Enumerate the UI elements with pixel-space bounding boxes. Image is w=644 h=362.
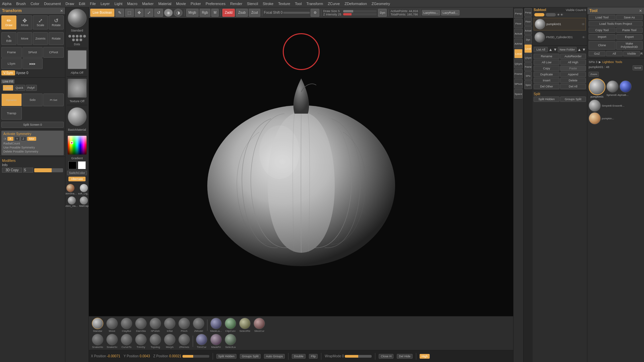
persp-rs-icon[interactable]: Persp — [524, 8, 532, 17]
actual-icon-btn[interactable]: Actual — [514, 29, 523, 38]
actual-rs-icon[interactable]: Actual — [524, 26, 532, 35]
more-sym-btn[interactable]: Mor — [27, 137, 37, 141]
topolog-icon[interactable]: Topolog — [149, 334, 162, 349]
sphere-e-ball[interactable] — [606, 80, 619, 93]
lazy-mouse-btn[interactable]: LazyMou... — [422, 10, 440, 15]
menu-layer[interactable]: Layer — [101, 2, 110, 6]
menu-light[interactable]: Light — [114, 2, 122, 6]
move-btn2[interactable]: Move — [17, 32, 32, 45]
dots-btn[interactable]: ▶▶▶ — [22, 58, 43, 69]
local-btn[interactable]: Local — [3, 85, 13, 91]
damstan-brush-icon[interactable]: DamSta — [134, 318, 148, 333]
del-other-btn[interactable]: Del Other — [534, 84, 559, 89]
split-hidden-btn2[interactable]: Split Hidden — [534, 97, 559, 102]
wrap-mode-slider[interactable] — [345, 355, 372, 358]
space-rs-icon[interactable]: Spce — [524, 80, 532, 89]
zremes-icon[interactable]: ZRemes — [177, 334, 191, 349]
simple-b-ball[interactable] — [589, 100, 601, 112]
flip-btn[interactable]: Flip — [309, 354, 318, 359]
menu-marker[interactable]: Marker — [142, 2, 154, 6]
frame-icon-btn[interactable]: Frame — [514, 69, 523, 78]
solo-btn[interactable]: Solo — [22, 94, 43, 106]
lightbox-btn[interactable]: Lightbox — [602, 60, 614, 64]
lsym-btn[interactable]: LSym — [1, 58, 22, 69]
sphere-icon-btn[interactable]: ◉ — [164, 9, 173, 17]
copy-tool-btn[interactable]: Copy Tool — [589, 27, 615, 33]
quick-btn[interactable]: Quick — [14, 85, 25, 91]
pumpkin-sub-ball[interactable] — [589, 112, 601, 124]
masklasso-icon[interactable]: MaskLa... — [209, 318, 223, 333]
goz-btn[interactable]: GoZ — [589, 51, 605, 56]
zmodel-brush-icon[interactable]: ZModel — [192, 318, 205, 333]
focal-slider[interactable] — [283, 12, 310, 14]
trimdy-icon[interactable]: TrimDy — [134, 334, 148, 349]
high-btn[interactable]: High — [420, 354, 430, 359]
auto-groups-btn[interactable]: Auto Groups — [264, 354, 285, 359]
pumpkin01-preview[interactable]: pumpkin01 — [589, 78, 605, 98]
rgb-btn[interactable]: Rgb — [200, 9, 210, 17]
pinch-brush-icon[interactable]: Pinch — [177, 318, 191, 333]
persp-icon-btn[interactable]: Persp — [514, 9, 523, 18]
trimcur-icon[interactable]: TrimCur — [195, 334, 208, 349]
copy-slider[interactable] — [34, 168, 63, 172]
all-btn[interactable]: All — [606, 51, 623, 56]
floor-icon-btn[interactable]: Floor — [514, 19, 523, 28]
spivot-rs-icon[interactable]: SPiv — [524, 71, 532, 80]
edit-icon-btn[interactable]: ✎ — [115, 9, 124, 17]
selectla-icon[interactable]: SelectLa — [224, 334, 237, 349]
use-posable-sym-label[interactable]: Use Posable Symmetry — [3, 146, 35, 149]
qsym-rs-icon[interactable]: QSym — [524, 53, 532, 62]
frame-rs-icon[interactable]: Frame — [524, 62, 532, 71]
morph-icon[interactable]: Morph — [163, 334, 176, 349]
edit-btn[interactable]: ✎Edit — [1, 32, 16, 45]
menu-texture[interactable]: Texture — [278, 2, 290, 6]
texture-preview[interactable] — [68, 79, 87, 98]
zadd-btn[interactable]: Zadd — [222, 9, 235, 17]
menu-document[interactable]: Document — [44, 2, 61, 6]
menu-movie[interactable]: Movie — [176, 2, 186, 6]
rotate-icon-btn2[interactable]: ↺ — [154, 9, 163, 17]
draw-size-slider[interactable] — [343, 10, 377, 12]
new-folder-btn[interactable]: New Folder — [558, 47, 577, 52]
export-btn[interactable]: Export — [616, 34, 643, 40]
space-icon-btn[interactable]: Space — [514, 89, 523, 99]
save-as-btn[interactable]: Save As — [616, 15, 643, 20]
all-high-btn[interactable]: All High — [560, 60, 586, 65]
menu-brush[interactable]: Brush — [16, 2, 26, 6]
subtool-pumpkin01[interactable]: pumpkin01 👁 — [534, 18, 586, 31]
menu-zdeformation[interactable]: ZDeformation — [344, 2, 367, 6]
rotate-btn2[interactable]: Rotate — [49, 32, 64, 45]
close-h-btn[interactable]: Close H — [379, 354, 393, 359]
zsub-btn[interactable]: Zsub — [236, 9, 248, 17]
menu-stencil[interactable]: Stencil — [247, 2, 258, 6]
copy-label[interactable]: 3D Copy — [2, 168, 22, 173]
draw-tool-btn[interactable]: ✏Draw — [1, 15, 16, 29]
white-swatch[interactable] — [78, 161, 86, 169]
pumpkin01-tool-ball[interactable] — [589, 78, 605, 95]
subtool-toggle1[interactable] — [534, 13, 544, 16]
slicecur-icon[interactable]: SliceCur — [253, 318, 266, 333]
vsym-btn[interactable]: V.Sym — [1, 70, 15, 75]
scale-icon-btn2[interactable]: ⤢ — [145, 9, 153, 17]
snakehook-icon[interactable]: SnakeHo — [91, 334, 104, 349]
skin-shaded-ball[interactable] — [66, 184, 74, 192]
split-screen-btn[interactable]: Split Screen 0 — [1, 122, 64, 128]
menu-file[interactable]: File — [90, 2, 96, 6]
menu-edit[interactable]: Edit — [79, 2, 85, 6]
menu-draw[interactable]: Draw — [65, 2, 74, 6]
lazy-radius-btn[interactable]: LazyRadi... — [441, 10, 460, 15]
pumpkin01-eye[interactable]: 👁 — [582, 22, 585, 26]
make-polymesh-btn[interactable]: Make PolyMesh3D — [616, 41, 643, 50]
menu-tool[interactable]: Tool — [295, 2, 302, 6]
menu-zcurve[interactable]: ZCurve — [328, 2, 340, 6]
half-sphere-icon[interactable]: ◑ — [174, 9, 182, 17]
floor-rs-icon[interactable]: Floor — [524, 17, 532, 26]
split-hidden-btn[interactable]: Split Hidden — [216, 354, 237, 359]
aahal-icon-btn[interactable]: AAHal — [514, 39, 523, 48]
local-icon-btn2[interactable]: Local — [514, 49, 523, 58]
insert-btn[interactable]: Insert — [534, 78, 559, 83]
standard-brush-icon[interactable]: Standar — [91, 318, 104, 333]
move-icon-btn[interactable]: ✥ — [135, 9, 144, 17]
transform-close-icon[interactable]: ✕ — [60, 9, 63, 13]
load-tool-btn[interactable]: Load Tool — [589, 15, 615, 20]
